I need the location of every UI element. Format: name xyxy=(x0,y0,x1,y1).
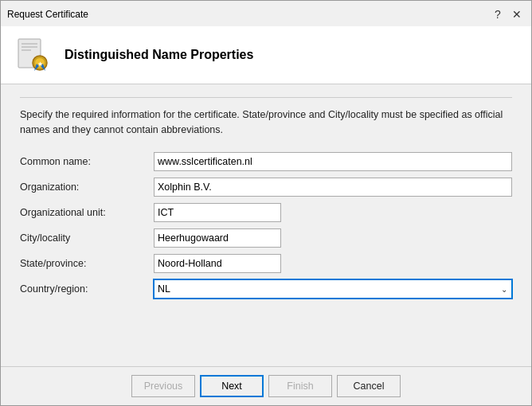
title-bar-left: Request Certificate xyxy=(7,9,88,20)
finish-button[interactable]: Finish xyxy=(268,375,332,397)
dialog-title: Request Certificate xyxy=(7,9,88,20)
cancel-button[interactable]: Cancel xyxy=(337,375,401,397)
next-button[interactable]: Next xyxy=(200,375,264,397)
city-wrapper xyxy=(154,228,512,248)
organization-label: Organization: xyxy=(20,182,147,193)
separator xyxy=(20,97,512,98)
city-input[interactable] xyxy=(154,228,281,248)
previous-button[interactable]: Previous xyxy=(131,375,195,397)
state-input[interactable] xyxy=(154,254,281,273)
state-label: State/province: xyxy=(20,258,147,269)
dialog-body: Specify the required information for the… xyxy=(1,84,531,366)
common-name-input[interactable] xyxy=(154,152,512,171)
form-table: Common name: Organization: Organizationa… xyxy=(20,152,512,299)
organization-input[interactable] xyxy=(154,178,512,197)
title-bar: Request Certificate ? ✕ xyxy=(1,1,531,26)
common-name-label: Common name: xyxy=(20,156,147,167)
country-select-wrapper: NL US DE GB FR ⌄ xyxy=(154,279,512,299)
svg-text:★: ★ xyxy=(37,61,43,68)
org-unit-wrapper xyxy=(154,203,512,222)
description-text: Specify the required information for the… xyxy=(20,107,512,138)
org-unit-input[interactable] xyxy=(154,203,281,222)
dialog-header: ★ Distinguished Name Properties xyxy=(1,26,531,84)
header-title: Distinguished Name Properties xyxy=(65,48,253,62)
close-button[interactable]: ✕ xyxy=(509,6,525,22)
city-label: City/locality xyxy=(20,232,147,244)
country-select[interactable]: NL US DE GB FR xyxy=(154,279,512,299)
dialog-window: Request Certificate ? ✕ ★ Distinguished … xyxy=(0,0,532,406)
country-label: Country/region: xyxy=(20,283,147,295)
state-wrapper xyxy=(154,254,512,273)
help-button[interactable]: ? xyxy=(490,6,506,22)
title-bar-controls: ? ✕ xyxy=(490,6,525,22)
dialog-footer: Previous Next Finish Cancel xyxy=(1,366,531,405)
certificate-icon: ★ xyxy=(14,36,52,74)
org-unit-label: Organizational unit: xyxy=(20,207,147,218)
